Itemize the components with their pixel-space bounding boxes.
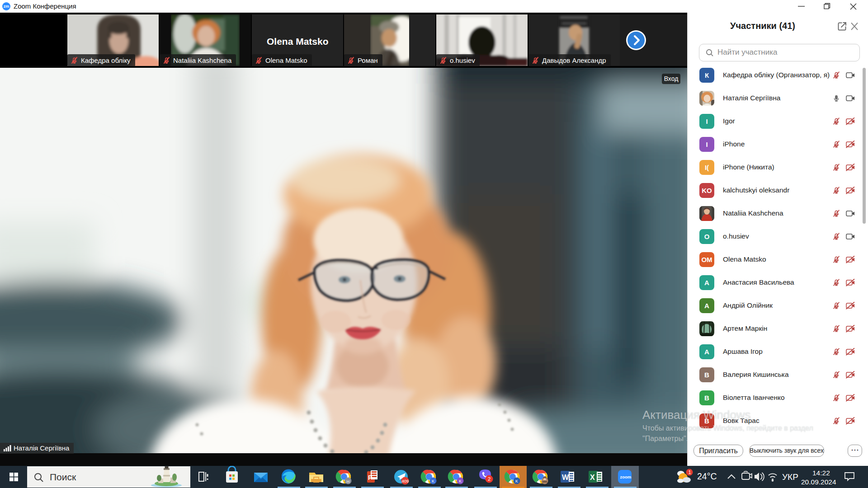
svg-text:H: H [347, 479, 350, 484]
svg-text:20.09.2024: 20.09.2024 [801, 478, 836, 486]
svg-text:X: X [590, 474, 595, 481]
svg-text:K: K [432, 479, 434, 483]
svg-text:Поиск: Поиск [50, 472, 76, 482]
svg-text:УКР: УКР [782, 472, 798, 482]
svg-text:K: K [459, 479, 462, 483]
svg-text:K: K [515, 479, 518, 483]
svg-text:14:22: 14:22 [812, 469, 830, 477]
svg-text:2: 2 [488, 476, 491, 482]
svg-text:Olena Matsko: Olena Matsko [267, 36, 329, 47]
svg-text:409: 409 [402, 479, 409, 483]
svg-text:P: P [368, 474, 372, 481]
svg-text:W: W [562, 474, 569, 481]
svg-text:24°C: 24°C [697, 471, 717, 481]
svg-text:zoom: zoom [620, 474, 632, 479]
svg-text:1: 1 [689, 469, 691, 475]
